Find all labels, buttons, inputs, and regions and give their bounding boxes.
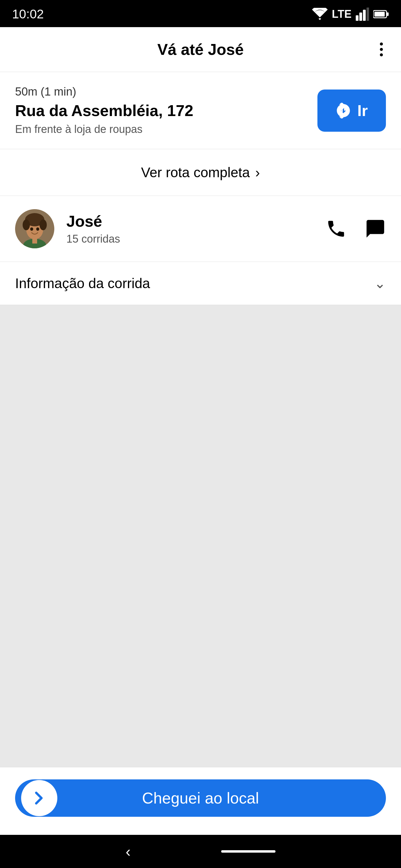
avatar-image bbox=[15, 209, 54, 248]
avatar bbox=[15, 209, 54, 248]
map-area bbox=[0, 305, 401, 767]
status-bar: 10:02 LTE bbox=[0, 0, 401, 27]
chevron-down-icon: ⌄ bbox=[374, 275, 386, 291]
svg-point-14 bbox=[36, 227, 39, 231]
svg-rect-6 bbox=[374, 12, 385, 17]
go-button[interactable]: Ir bbox=[317, 90, 386, 132]
svg-rect-5 bbox=[387, 12, 389, 16]
contact-section: José 15 corridas bbox=[0, 196, 401, 262]
contact-actions bbox=[325, 218, 386, 239]
home-indicator[interactable] bbox=[221, 850, 276, 852]
svg-rect-2 bbox=[363, 10, 366, 21]
route-hint: Em frente à loja de roupas bbox=[15, 123, 193, 135]
page-title: Vá até José bbox=[157, 40, 244, 59]
directions-icon bbox=[336, 103, 351, 119]
lte-label: LTE bbox=[332, 8, 351, 21]
status-icons: LTE bbox=[312, 7, 389, 21]
header: Vá até José bbox=[0, 27, 401, 72]
go-button-label: Ir bbox=[357, 101, 368, 120]
route-address: Rua da Assembléia, 172 bbox=[15, 101, 193, 120]
route-section: 50m (1 min) Rua da Assembléia, 172 Em fr… bbox=[0, 72, 401, 149]
ride-info-section[interactable]: Informação da corrida ⌄ bbox=[0, 262, 401, 305]
svg-rect-16 bbox=[32, 238, 37, 244]
message-button[interactable] bbox=[365, 218, 386, 239]
nav-bar: ‹ bbox=[0, 835, 401, 868]
arrived-circle bbox=[21, 780, 57, 816]
full-route-label: Ver rota completa bbox=[141, 164, 250, 181]
svg-point-11 bbox=[23, 219, 30, 230]
bottom-section: Cheguei ao local bbox=[0, 767, 401, 835]
svg-point-13 bbox=[30, 227, 33, 231]
signal-icon bbox=[356, 7, 369, 21]
battery-icon bbox=[373, 9, 389, 20]
svg-rect-0 bbox=[356, 16, 359, 21]
contact-rides: 15 corridas bbox=[66, 233, 314, 245]
phone-icon bbox=[325, 218, 347, 239]
dot-3 bbox=[380, 53, 383, 56]
route-info: 50m (1 min) Rua da Assembléia, 172 Em fr… bbox=[15, 85, 193, 135]
route-meta: 50m (1 min) bbox=[15, 85, 193, 98]
call-button[interactable] bbox=[325, 218, 347, 239]
svg-rect-3 bbox=[367, 7, 369, 21]
full-route-button[interactable]: Ver rota completa › bbox=[0, 149, 401, 196]
app-container: Vá até José 50m (1 min) Rua da Assembléi… bbox=[0, 27, 401, 835]
arrived-button[interactable]: Cheguei ao local bbox=[15, 779, 386, 817]
contact-info: José 15 corridas bbox=[66, 212, 314, 245]
arrived-label: Cheguei ao local bbox=[30, 789, 371, 807]
svg-rect-1 bbox=[360, 13, 362, 21]
dot-1 bbox=[380, 42, 383, 45]
ride-info-label: Informação da corrida bbox=[15, 275, 150, 291]
back-button[interactable]: ‹ bbox=[125, 843, 131, 860]
dot-2 bbox=[380, 48, 383, 51]
contact-name: José bbox=[66, 212, 314, 230]
wifi-icon bbox=[312, 8, 328, 21]
status-time: 10:02 bbox=[12, 7, 44, 22]
more-options-button[interactable] bbox=[377, 39, 386, 59]
svg-point-12 bbox=[39, 219, 47, 230]
chevron-right-circle-icon bbox=[30, 789, 48, 807]
chat-icon bbox=[365, 218, 386, 239]
chevron-right-icon: › bbox=[255, 164, 260, 181]
